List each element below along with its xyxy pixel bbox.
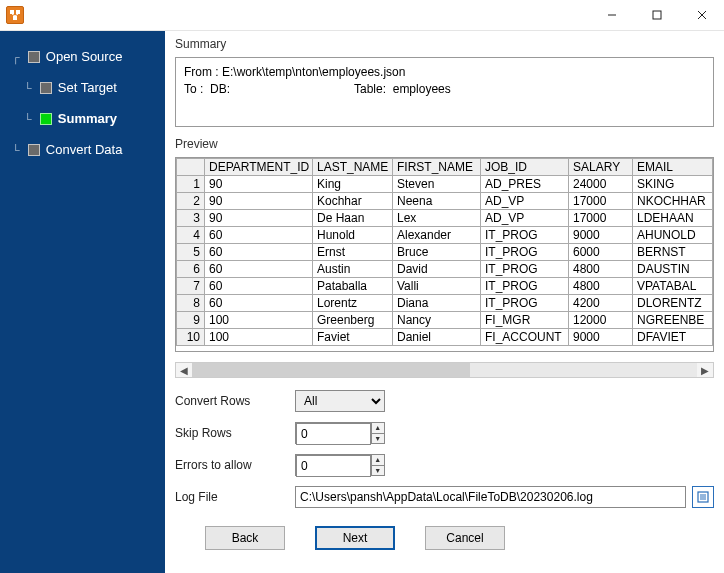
table-row[interactable]: 660AustinDavidIT_PROG4800DAUSTIN — [177, 261, 713, 278]
convert-rows-select[interactable]: All — [295, 390, 385, 412]
table-cell: 17000 — [569, 193, 633, 210]
row-number-cell: 6 — [177, 261, 205, 278]
summary-from-label: From : — [184, 64, 219, 81]
row-number-cell: 1 — [177, 176, 205, 193]
table-cell: 90 — [205, 210, 313, 227]
preview-table-wrap: DEPARTMENT_IDLAST_NAMEFIRST_NAMEJOB_IDSA… — [175, 157, 714, 352]
table-cell: 60 — [205, 227, 313, 244]
column-header[interactable]: DEPARTMENT_ID — [205, 159, 313, 176]
options-form: Convert Rows All Skip Rows ▲ ▼ Errors to… — [175, 390, 714, 508]
table-cell: AD_VP — [481, 210, 569, 227]
scroll-thumb[interactable] — [192, 363, 470, 377]
table-cell: NGREENBE — [633, 312, 713, 329]
tree-connector-icon: └ — [24, 113, 32, 125]
sidebar-item-set-target[interactable]: └ Set Target — [0, 72, 165, 103]
table-cell: Lorentz — [313, 295, 393, 312]
row-number-cell: 4 — [177, 227, 205, 244]
table-cell: DAUSTIN — [633, 261, 713, 278]
spinner-down-icon[interactable]: ▼ — [372, 434, 384, 444]
errors-stepper[interactable]: ▲ ▼ — [295, 454, 385, 476]
table-cell: 60 — [205, 295, 313, 312]
skip-rows-input[interactable] — [296, 423, 371, 445]
row-number-cell: 10 — [177, 329, 205, 346]
table-cell: IT_PROG — [481, 227, 569, 244]
table-cell: IT_PROG — [481, 278, 569, 295]
table-cell: Neena — [393, 193, 481, 210]
sidebar-item-label: Set Target — [58, 80, 117, 95]
minimize-button[interactable] — [589, 0, 634, 30]
row-number-cell: 7 — [177, 278, 205, 295]
table-cell: NKOCHHAR — [633, 193, 713, 210]
table-row[interactable]: 9100GreenbergNancyFI_MGR12000NGREENBE — [177, 312, 713, 329]
column-header[interactable]: EMAIL — [633, 159, 713, 176]
table-cell: LDEHAAN — [633, 210, 713, 227]
table-row[interactable]: 390De HaanLexAD_VP17000LDEHAAN — [177, 210, 713, 227]
table-cell: AD_VP — [481, 193, 569, 210]
table-cell: Nancy — [393, 312, 481, 329]
table-row[interactable]: 290KochharNeenaAD_VP17000NKOCHHAR — [177, 193, 713, 210]
scroll-track[interactable] — [192, 363, 697, 377]
errors-label: Errors to allow — [175, 458, 295, 472]
table-cell: 60 — [205, 244, 313, 261]
sidebar-item-convert-data[interactable]: └ Convert Data — [0, 134, 165, 165]
table-cell: David — [393, 261, 481, 278]
table-row[interactable]: 560ErnstBruceIT_PROG6000BERNST — [177, 244, 713, 261]
column-header[interactable]: SALARY — [569, 159, 633, 176]
svg-rect-3 — [653, 11, 661, 19]
table-cell: Bruce — [393, 244, 481, 261]
scroll-right-icon[interactable]: ▶ — [697, 365, 713, 376]
tree-connector-icon: └ — [12, 144, 20, 156]
close-button[interactable] — [679, 0, 724, 30]
table-cell: Steven — [393, 176, 481, 193]
table-cell: 24000 — [569, 176, 633, 193]
table-cell: 17000 — [569, 210, 633, 227]
table-cell: 100 — [205, 329, 313, 346]
sidebar-item-open-source[interactable]: ┌ Open Source — [0, 41, 165, 72]
logfile-input[interactable] — [295, 486, 686, 508]
summary-to-table-label: Table: — [354, 82, 386, 96]
next-button[interactable]: Next — [315, 526, 395, 550]
table-cell: BERNST — [633, 244, 713, 261]
cancel-button[interactable]: Cancel — [425, 526, 505, 550]
table-cell: Kochhar — [313, 193, 393, 210]
row-number-cell: 5 — [177, 244, 205, 261]
tree-connector-icon: └ — [24, 82, 32, 94]
sidebar-item-summary[interactable]: └ Summary — [0, 103, 165, 134]
column-header[interactable]: JOB_ID — [481, 159, 569, 176]
logfile-browse-button[interactable] — [692, 486, 714, 508]
errors-input[interactable] — [296, 455, 371, 477]
table-row[interactable]: 860LorentzDianaIT_PROG4200DLORENTZ — [177, 295, 713, 312]
maximize-button[interactable] — [634, 0, 679, 30]
table-cell: Lex — [393, 210, 481, 227]
svg-rect-1 — [16, 10, 20, 14]
table-row[interactable]: 190KingStevenAD_PRES24000SKING — [177, 176, 713, 193]
table-row[interactable]: 760PataballaValliIT_PROG4800VPATABAL — [177, 278, 713, 295]
table-cell: VPATABAL — [633, 278, 713, 295]
spinner-down-icon[interactable]: ▼ — [372, 466, 384, 476]
row-number-cell: 9 — [177, 312, 205, 329]
table-cell: Diana — [393, 295, 481, 312]
sidebar-item-label: Open Source — [46, 49, 123, 64]
back-button[interactable]: Back — [205, 526, 285, 550]
skip-rows-label: Skip Rows — [175, 426, 295, 440]
skip-rows-stepper[interactable]: ▲ ▼ — [295, 422, 385, 444]
sidebar-item-label: Summary — [58, 111, 117, 126]
table-row[interactable]: 460HunoldAlexanderIT_PROG9000AHUNOLD — [177, 227, 713, 244]
spinner-up-icon[interactable]: ▲ — [372, 423, 384, 434]
column-header[interactable]: LAST_NAME — [313, 159, 393, 176]
table-cell: AD_PRES — [481, 176, 569, 193]
preview-horizontal-scrollbar[interactable]: ◀ ▶ — [175, 362, 714, 378]
table-cell: FI_MGR — [481, 312, 569, 329]
table-cell: IT_PROG — [481, 261, 569, 278]
svg-rect-0 — [10, 10, 14, 14]
table-cell: Ernst — [313, 244, 393, 261]
column-header[interactable]: FIRST_NAME — [393, 159, 481, 176]
table-cell: DLORENTZ — [633, 295, 713, 312]
step-box-icon — [28, 51, 40, 63]
sidebar-item-label: Convert Data — [46, 142, 123, 157]
wizard-sidebar: ┌ Open Source └ Set Target └ Summary └ C… — [0, 31, 165, 573]
spinner-up-icon[interactable]: ▲ — [372, 455, 384, 466]
scroll-left-icon[interactable]: ◀ — [176, 365, 192, 376]
table-row[interactable]: 10100FavietDanielFI_ACCOUNT9000DFAVIET — [177, 329, 713, 346]
app-icon — [6, 6, 24, 24]
